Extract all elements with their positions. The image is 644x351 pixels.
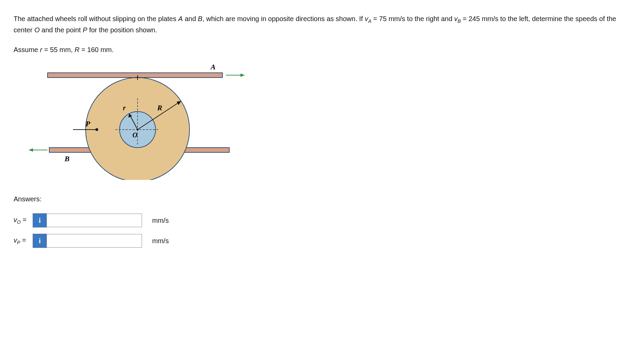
info-icon[interactable]: i <box>33 234 47 248</box>
arrow-a-head <box>240 73 245 77</box>
text: Assume <box>14 46 40 53</box>
vo-unit: mm/s <box>152 217 169 224</box>
va-symbol: v <box>365 15 368 22</box>
label-o: O <box>132 131 137 139</box>
vp-unit: mm/s <box>152 237 169 245</box>
label-big-r: R <box>157 103 162 112</box>
label-b: B <box>64 154 70 163</box>
va-subscript: A <box>368 18 371 24</box>
vp-input[interactable] <box>47 234 142 248</box>
va-value: = 75 mm/s to the right and <box>371 15 454 22</box>
vb-symbol: v <box>454 15 458 22</box>
info-icon[interactable]: i <box>33 213 47 228</box>
answer-row-vp: vP = i mm/s <box>14 234 630 248</box>
wheel-diagram: A B r R O P <box>14 64 251 180</box>
vb-subscript: B <box>458 18 461 24</box>
vo-input[interactable] <box>47 214 142 227</box>
label-a: A <box>210 64 216 71</box>
plate-b: B <box>198 15 202 22</box>
label-r: r <box>123 104 126 112</box>
r-value: = 55 mm, <box>42 46 74 53</box>
figure: A B r R O P <box>14 64 630 182</box>
plate-a: A <box>178 15 183 22</box>
big-r-value: = 160 mm. <box>79 46 114 53</box>
text: , which are moving in opposite direction… <box>202 15 365 22</box>
label-p: P <box>85 119 90 128</box>
text: The attached wheels roll without slippin… <box>14 15 178 22</box>
vo-label: vO = <box>14 216 33 225</box>
assumption-text: Assume r = 55 mm, R = 160 mm. <box>14 45 630 55</box>
vp-subscript: P <box>17 240 20 245</box>
arrow-b-head <box>29 148 33 152</box>
problem-statement: The attached wheels roll without slippin… <box>14 14 630 35</box>
vo-subscript: O <box>17 219 21 225</box>
answers-heading: Answers: <box>14 195 630 203</box>
text: and the point <box>40 26 83 34</box>
answer-row-vo: vO = i mm/s <box>14 213 630 228</box>
vp-symbol: v <box>14 236 17 244</box>
big-r-symbol: R <box>75 46 79 53</box>
vo-symbol: v <box>14 216 17 223</box>
equals: = <box>21 216 26 223</box>
point-p: P <box>83 26 87 34</box>
text: for the position shown. <box>87 26 157 34</box>
equals: = <box>20 236 26 244</box>
p-dot <box>95 128 98 131</box>
plate-a-rect <box>48 73 222 78</box>
center-o: O <box>34 26 40 34</box>
text: and <box>183 15 198 22</box>
vp-label: vP = <box>14 236 33 245</box>
center-dot <box>137 129 139 131</box>
